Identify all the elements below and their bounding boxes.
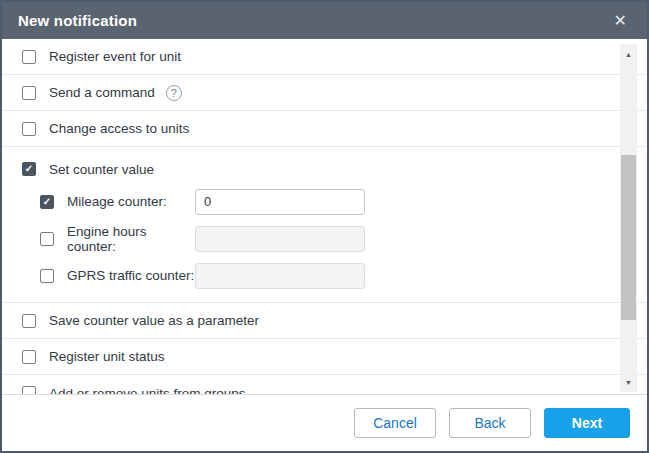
engine-hours-counter-input[interactable] <box>195 226 365 252</box>
back-button[interactable]: Back <box>449 408 531 438</box>
check-icon: ✓ <box>43 197 51 207</box>
set-counter-group: ✓ Set counter value ✓ Mileage counter: E… <box>2 147 647 303</box>
action-label[interactable]: Register unit status <box>49 349 165 364</box>
help-icon[interactable]: ? <box>166 85 182 101</box>
checkbox-gprs-traffic-counter[interactable] <box>40 269 54 283</box>
next-button[interactable]: Next <box>544 408 630 438</box>
dialog-footer: Cancel Back Next <box>2 395 647 451</box>
action-row-change-access: Change access to units <box>2 111 647 147</box>
scrollbar-thumb[interactable] <box>621 155 636 320</box>
checkbox-partial[interactable] <box>22 386 36 395</box>
dialog-title: New notification <box>18 12 137 29</box>
gprs-traffic-counter-input[interactable] <box>195 263 365 289</box>
gprs-traffic-counter-label: GPRS traffic counter: <box>67 268 195 283</box>
cancel-button[interactable]: Cancel <box>354 408 436 438</box>
action-row-send-command: Send a command ? <box>2 75 647 111</box>
checkbox-send-command[interactable] <box>22 86 36 100</box>
checkbox-engine-hours-counter[interactable] <box>40 232 54 246</box>
action-label[interactable]: Add or remove units from groups <box>49 386 246 396</box>
engine-hours-counter-label: Engine hours counter: <box>67 224 195 254</box>
check-icon: ✓ <box>25 164 33 174</box>
gprs-traffic-counter-row: GPRS traffic counter: <box>2 257 647 294</box>
mileage-counter-label: Mileage counter: <box>67 194 195 209</box>
action-row-partial: Add or remove units from groups <box>2 375 647 395</box>
action-label[interactable]: Set counter value <box>49 162 154 177</box>
action-list: Register event for unit Send a command ?… <box>2 39 647 395</box>
checkbox-register-event[interactable] <box>22 50 36 64</box>
action-row-set-counter: ✓ Set counter value <box>2 155 647 183</box>
close-icon[interactable]: ✕ <box>610 11 631 31</box>
action-row-register-event: Register event for unit <box>2 39 647 75</box>
action-row-register-unit-status: Register unit status <box>2 339 647 375</box>
mileage-counter-input[interactable] <box>195 189 365 215</box>
scroll-up-icon[interactable]: ▲ <box>620 46 637 62</box>
action-label[interactable]: Send a command <box>49 85 155 100</box>
checkbox-save-counter-param[interactable] <box>22 314 36 328</box>
checkbox-mileage-counter[interactable]: ✓ <box>40 195 54 209</box>
dialog-titlebar: New notification ✕ <box>2 2 647 39</box>
mileage-counter-row: ✓ Mileage counter: <box>2 183 647 220</box>
new-notification-dialog: New notification ✕ Register event for un… <box>0 0 649 453</box>
action-label[interactable]: Save counter value as a parameter <box>49 313 259 328</box>
action-label[interactable]: Change access to units <box>49 121 189 136</box>
action-label[interactable]: Register event for unit <box>49 49 181 64</box>
checkbox-set-counter[interactable]: ✓ <box>22 162 36 176</box>
scroll-down-icon[interactable]: ▼ <box>620 374 637 390</box>
action-row-save-counter-param: Save counter value as a parameter <box>2 303 647 339</box>
vertical-scrollbar[interactable]: ▲ ▼ <box>620 44 637 392</box>
checkbox-change-access[interactable] <box>22 122 36 136</box>
engine-hours-counter-row: Engine hours counter: <box>2 220 647 257</box>
checkbox-register-unit-status[interactable] <box>22 350 36 364</box>
